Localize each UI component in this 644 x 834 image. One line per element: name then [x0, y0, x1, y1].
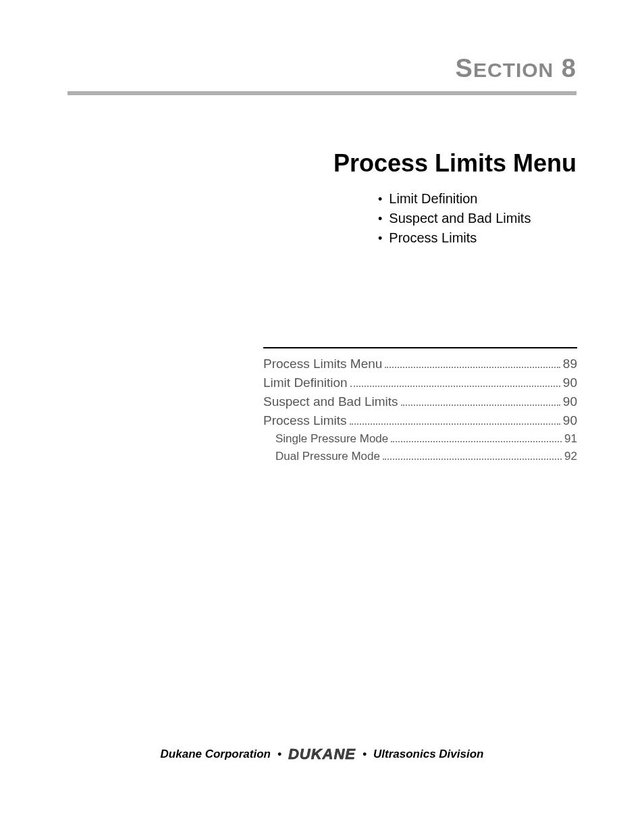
- bullet-dot-icon: •: [378, 212, 382, 226]
- table-of-contents: Process Limits Menu 89 Limit Definition …: [263, 347, 577, 463]
- bullet-dot-icon: •: [378, 232, 382, 246]
- document-page: SECTION 8 Process Limits Menu • Limit De…: [0, 0, 644, 834]
- toc-entry: Suspect and Bad Limits 90: [263, 394, 577, 409]
- bullet-item: • Process Limits: [378, 230, 576, 246]
- footer-separator: •: [277, 748, 281, 761]
- toc-leader-dots: [350, 386, 560, 387]
- toc-page: 89: [563, 357, 577, 371]
- toc-title: Limit Definition: [263, 375, 348, 390]
- bullet-text: Limit Definition: [389, 191, 477, 207]
- bullet-item: • Suspect and Bad Limits: [378, 211, 576, 226]
- footer-company: Dukane Corporation: [161, 748, 271, 761]
- toc-entry: Process Limits 90: [263, 413, 577, 428]
- toc-entry-sub: Dual Pressure Mode 92: [263, 450, 577, 463]
- section-prefix: S: [456, 54, 473, 82]
- section-label: SECTION 8: [456, 54, 576, 82]
- section-rest: ECTION: [473, 59, 554, 81]
- toc-title: Process Limits Menu: [263, 357, 382, 371]
- page-title: Process Limits Menu: [68, 149, 576, 178]
- toc-page: 91: [564, 432, 577, 446]
- footer-division: Ultrasonics Division: [373, 748, 483, 761]
- footer-separator: •: [363, 748, 367, 761]
- bullet-text: Process Limits: [389, 230, 477, 246]
- toc-title: Process Limits: [263, 413, 347, 428]
- toc-leader-dots: [385, 367, 560, 368]
- section-header: SECTION 8: [68, 54, 576, 83]
- page-footer: Dukane Corporation • DUKANE • Ultrasonic…: [0, 746, 644, 763]
- bullet-dot-icon: •: [378, 192, 382, 207]
- header-rule: [68, 91, 576, 95]
- toc-entry: Limit Definition 90: [263, 375, 577, 390]
- toc-page: 90: [563, 394, 577, 409]
- bullet-item: • Limit Definition: [378, 191, 576, 207]
- bullet-text: Suspect and Bad Limits: [389, 211, 531, 226]
- toc-page: 90: [563, 413, 577, 428]
- dukane-logo: DUKANE: [288, 746, 356, 763]
- toc-leader-dots: [350, 423, 560, 425]
- toc-leader-dots: [383, 459, 562, 460]
- toc-title: Dual Pressure Mode: [275, 450, 380, 463]
- toc-title: Suspect and Bad Limits: [263, 394, 398, 409]
- toc-leader-dots: [391, 441, 562, 442]
- bullet-list: • Limit Definition • Suspect and Bad Lim…: [378, 191, 576, 246]
- toc-title: Single Pressure Mode: [275, 432, 388, 446]
- toc-page: 92: [564, 450, 577, 463]
- toc-page: 90: [563, 375, 577, 390]
- toc-entry: Process Limits Menu 89: [263, 357, 577, 371]
- section-number: 8: [562, 54, 576, 82]
- toc-entry-sub: Single Pressure Mode 91: [263, 432, 577, 446]
- toc-leader-dots: [401, 405, 560, 406]
